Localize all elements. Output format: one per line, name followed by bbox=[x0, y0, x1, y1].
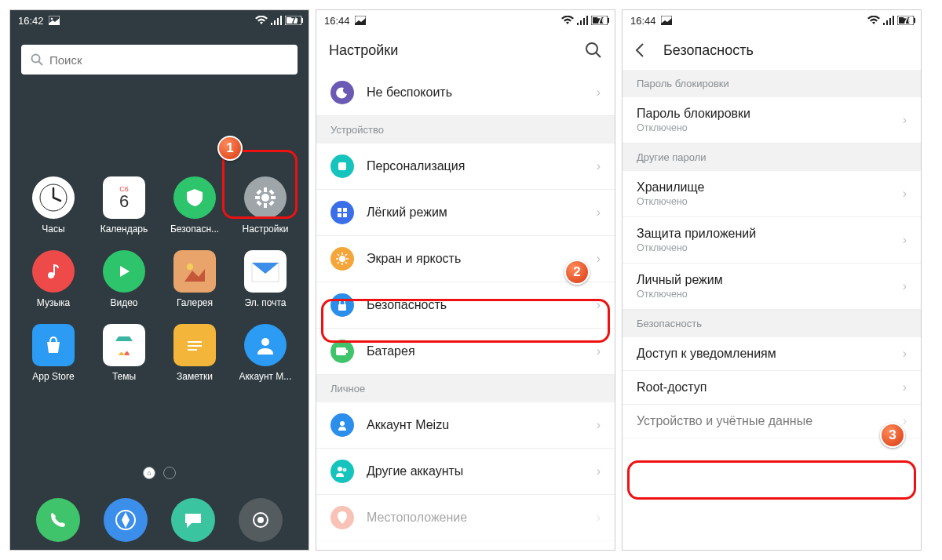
moon-icon bbox=[330, 81, 354, 104]
svg-rect-3 bbox=[301, 18, 303, 23]
row-sub: Отключено bbox=[637, 122, 890, 133]
svg-rect-15 bbox=[268, 189, 274, 195]
app-account[interactable]: Аккаунт M... bbox=[233, 324, 298, 382]
status-time: 16:44 bbox=[324, 15, 350, 27]
svg-rect-17 bbox=[53, 265, 55, 275]
svg-rect-21 bbox=[188, 341, 202, 343]
dock-browser[interactable] bbox=[104, 498, 148, 542]
svg-point-18 bbox=[187, 264, 193, 270]
app-mail[interactable]: Эл. почта bbox=[233, 250, 298, 308]
row-easy-mode[interactable]: Лёгкий режим › bbox=[316, 190, 615, 236]
wifi-icon bbox=[867, 16, 880, 25]
app-label: Часы bbox=[42, 224, 64, 235]
app-label: Галерея bbox=[177, 297, 213, 308]
app-themes[interactable]: Темы bbox=[92, 324, 156, 382]
app-video[interactable]: Видео bbox=[92, 250, 156, 308]
chevron-right-icon: › bbox=[597, 85, 601, 100]
svg-rect-23 bbox=[188, 349, 197, 351]
row-account-meizu[interactable]: Аккаунт Meizu › bbox=[316, 402, 615, 449]
search-icon[interactable] bbox=[585, 42, 602, 59]
row-notification-access[interactable]: Доступ к уведомлениям › bbox=[623, 337, 921, 371]
search-input[interactable] bbox=[49, 53, 288, 67]
highlight-root bbox=[627, 460, 916, 500]
calendar-icon: C6 6 bbox=[103, 176, 145, 219]
row-app-protection[interactable]: Защита приложенийОтключено › bbox=[623, 217, 921, 264]
app-store[interactable]: App Store bbox=[21, 324, 86, 382]
svg-rect-37 bbox=[343, 213, 347, 217]
chevron-right-icon: › bbox=[903, 380, 907, 395]
svg-rect-30 bbox=[608, 18, 609, 23]
back-button[interactable] bbox=[635, 42, 654, 58]
header: Безопасность bbox=[623, 31, 921, 70]
svg-point-5 bbox=[32, 55, 40, 63]
svg-rect-11 bbox=[271, 196, 276, 199]
app-label: Музыка bbox=[37, 297, 70, 308]
app-security[interactable]: Безопасн... bbox=[162, 176, 227, 235]
app-label: Темы bbox=[112, 371, 136, 382]
phone-home: 16:42 77 Часы bbox=[9, 9, 309, 551]
svg-rect-39 bbox=[338, 304, 346, 311]
row-storage[interactable]: ХранилищеОтключено › bbox=[623, 171, 921, 217]
dock-messages[interactable] bbox=[171, 498, 215, 542]
signal-icon bbox=[271, 16, 282, 25]
app-label: Эл. почта bbox=[244, 297, 286, 308]
chevron-right-icon: › bbox=[903, 187, 907, 201]
row-label: Root-доступ bbox=[637, 380, 890, 395]
chevron-right-icon: › bbox=[597, 464, 601, 478]
row-root-access[interactable]: Root-доступ › bbox=[623, 371, 921, 405]
battery-icon bbox=[330, 340, 354, 363]
step-badge-2: 2 bbox=[564, 260, 590, 285]
row-label: Персонализация bbox=[367, 159, 584, 173]
app-calendar[interactable]: C6 6 Календарь bbox=[92, 176, 156, 235]
svg-point-38 bbox=[339, 256, 345, 262]
app-gallery[interactable]: Галерея bbox=[162, 250, 227, 308]
row-label: Аккаунт Meizu bbox=[367, 418, 584, 432]
page-indicator: ⌂ A bbox=[10, 467, 309, 479]
battery-percent: 77 bbox=[291, 16, 301, 25]
grid-icon bbox=[330, 201, 354, 224]
page-dot-icon: A bbox=[163, 467, 176, 479]
row-battery[interactable]: Батарея › bbox=[316, 329, 615, 375]
dock-camera[interactable] bbox=[239, 498, 283, 542]
row-personalization[interactable]: Персонализация › bbox=[316, 144, 615, 190]
sun-icon bbox=[330, 247, 354, 271]
app-label: App Store bbox=[32, 371, 74, 382]
user-icon bbox=[330, 413, 354, 437]
svg-rect-13 bbox=[268, 200, 274, 205]
dock-phone[interactable] bbox=[36, 498, 80, 542]
phone-settings: 16:44 76 Настройки Не беспокоить › Устро… bbox=[316, 9, 615, 551]
app-label: Видео bbox=[110, 297, 137, 308]
row-lock-password[interactable]: Пароль блокировкиОтключено › bbox=[623, 97, 921, 144]
svg-rect-34 bbox=[338, 208, 341, 212]
app-settings[interactable]: Настройки bbox=[233, 176, 298, 235]
row-device-credentials[interactable]: Устройство и учётные данные › bbox=[623, 405, 921, 438]
app-music[interactable]: Музыка bbox=[21, 250, 86, 308]
row-label: Экран и яркость bbox=[367, 252, 584, 266]
row-dnd[interactable]: Не беспокоить › bbox=[316, 70, 615, 116]
row-label: Батарея bbox=[367, 344, 584, 358]
chevron-right-icon: › bbox=[597, 511, 601, 525]
location-icon bbox=[330, 506, 354, 529]
row-label: Защита приложений bbox=[637, 227, 890, 241]
svg-rect-22 bbox=[188, 345, 202, 347]
section-other-pw: Другие пароли bbox=[623, 144, 921, 171]
app-notes[interactable]: Заметки bbox=[162, 324, 227, 382]
search-bar[interactable] bbox=[21, 45, 298, 75]
row-location[interactable]: Местоположение › bbox=[316, 495, 615, 541]
status-time: 16:44 bbox=[630, 15, 656, 27]
row-other-accounts[interactable]: Другие аккаунты › bbox=[316, 449, 615, 495]
svg-rect-47 bbox=[914, 18, 915, 23]
lock-icon bbox=[330, 293, 354, 317]
step-badge-1: 1 bbox=[217, 136, 243, 161]
svg-point-24 bbox=[261, 338, 269, 346]
chevron-right-icon: › bbox=[597, 252, 601, 266]
section-device: Устройство bbox=[316, 116, 615, 144]
row-private-mode[interactable]: Личный режимОтключено › bbox=[623, 264, 921, 310]
chevron-right-icon: › bbox=[597, 344, 601, 358]
row-label: Другие аккаунты bbox=[367, 464, 584, 478]
row-sub: Отключено bbox=[637, 242, 890, 253]
app-clock[interactable]: Часы bbox=[21, 176, 86, 235]
row-sub: Отключено bbox=[637, 289, 890, 300]
row-security[interactable]: Безопасность › bbox=[316, 282, 615, 329]
section-security: Безопасность bbox=[623, 310, 921, 337]
